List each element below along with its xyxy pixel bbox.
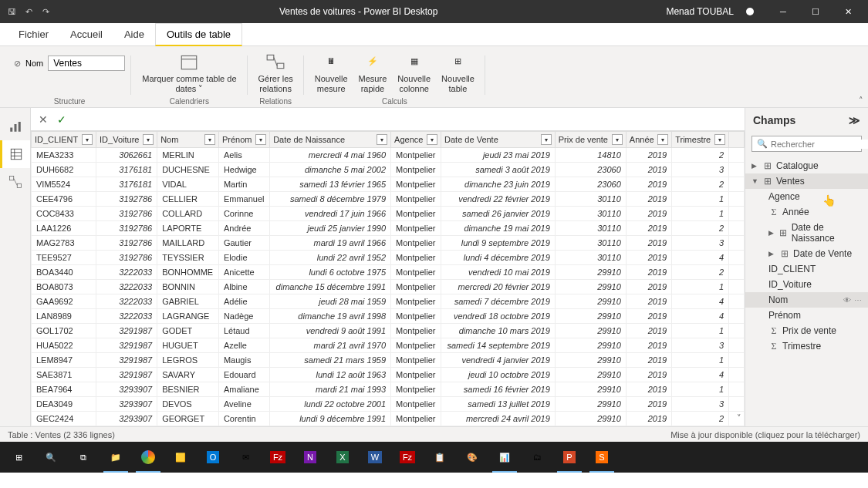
table-row[interactable]: GOL17023291987GODETLétaudvendredi 9 août… [32,324,745,338]
cell[interactable]: 1 [672,207,729,221]
cell[interactable]: dimanche 19 avril 1998 [270,309,391,324]
cell[interactable]: MAILLARD [157,236,219,251]
cell[interactable]: 4 [672,294,729,309]
report-view-button[interactable] [0,113,30,140]
field-date-vente[interactable]: ▶⊞Date de Vente [745,246,868,261]
table-row[interactable]: LAN89893222033LAGRANGENadègedimanche 19 … [32,309,745,324]
cell[interactable]: 2019 [626,412,671,426]
cell[interactable]: 2 [672,221,729,236]
cell[interactable]: 2 [672,412,729,426]
filter-icon[interactable]: ▾ [204,134,215,145]
cell[interactable]: 3 [672,163,729,177]
cell[interactable]: 2019 [626,207,671,221]
cell[interactable]: TEYSSIER [157,251,219,265]
outlook-icon[interactable]: O [198,442,228,473]
cell[interactable]: 2 [672,265,729,280]
close-button[interactable]: ✕ [834,0,862,23]
cell[interactable]: HUGUET [157,338,219,353]
cell[interactable]: Montpelier [391,324,441,338]
table-row[interactable]: HUA50223291987HUGUETAzellemardi 21 avril… [32,338,745,353]
powerpoint-icon[interactable]: P [554,442,585,473]
cancel-icon[interactable]: ✕ [39,113,48,126]
cell[interactable]: 3222033 [96,294,157,309]
manage-relations-button[interactable]: Gérer les relations [254,49,298,96]
cell[interactable]: samedi 24 avril 1982 [270,426,391,427]
cell[interactable]: MAL7908 [32,426,96,427]
cell[interactable]: dimanche 19 mai 2019 [441,221,556,236]
cell[interactable]: 2019 [626,397,671,412]
cell[interactable]: 3293907 [96,397,157,412]
cell[interactable]: Maugis [218,353,269,368]
app4-icon[interactable]: 🗂 [522,442,552,473]
cell[interactable]: MAG2783 [32,236,96,251]
filter-icon[interactable]: ▾ [657,134,668,145]
cell[interactable]: samedi 3 août 2019 [441,163,556,177]
cell[interactable]: 4 [672,251,729,265]
table-row[interactable]: VIM55243176181VIDALMartinsamedi 13 févri… [32,177,745,192]
field-date-naissance[interactable]: ▶⊞Date de Naissance [745,220,868,246]
cell[interactable]: Montpelier [391,251,441,265]
cell[interactable]: 3176181 [96,177,157,192]
cell[interactable]: 29910 [555,324,626,338]
search-input[interactable] [771,140,868,149]
cell[interactable]: 4 [672,309,729,324]
table-row[interactable]: GAA96923222033GABRIELAdéliejeudi 28 mai … [32,294,745,309]
snagit-icon[interactable]: S [586,442,617,473]
cell[interactable]: 29910 [555,426,626,427]
cell[interactable]: 2019 [626,353,671,368]
field-agence[interactable]: Agence [745,189,868,204]
cell[interactable]: 23060 [555,163,626,177]
filezilla2-icon[interactable]: Fz [392,442,423,473]
column-header[interactable]: Date de Vente▾ [441,132,556,148]
table-row[interactable]: CEE47963192786CELLIEREmmanuelsamedi 8 dé… [32,192,745,207]
cell[interactable]: 3222033 [96,280,157,294]
chrome-icon[interactable] [133,442,164,473]
table-row[interactable]: TEE95273192786TEYSSIERElodielundi 22 avr… [32,251,745,265]
cell[interactable]: Nadège [218,309,269,324]
field-trimestre[interactable]: ΣTrimestre [745,338,868,354]
cell[interactable]: 2019 [626,338,671,353]
filter-icon[interactable]: ▾ [714,134,725,145]
cell[interactable]: 2019 [626,294,671,309]
field-id-client[interactable]: ID_CLIENT [745,261,868,277]
cell[interactable]: LAGRANGE [157,309,219,324]
filter-icon[interactable]: ▾ [612,134,623,145]
cell[interactable]: mercredi 24 avril 2019 [441,412,556,426]
cell[interactable]: Montpelier [391,265,441,280]
cell[interactable]: Montpelier [391,353,441,368]
word-icon[interactable]: W [360,442,390,473]
cell[interactable]: 29910 [555,353,626,368]
cell[interactable]: GEORGET [157,412,219,426]
table-ventes[interactable]: ▼⊞Ventes [745,173,868,189]
cell[interactable]: 2019 [626,309,671,324]
cell[interactable]: 4 [672,426,729,427]
cell[interactable]: 3222033 [96,309,157,324]
cell[interactable]: lundi 9 décembre 1991 [270,412,391,426]
cell[interactable]: samedi 13 juillet 2019 [441,397,556,412]
cell[interactable]: SAVARY [157,368,219,382]
cell[interactable]: vendredi 18 octobre 2019 [441,309,556,324]
table-name-input[interactable] [48,56,125,71]
cell[interactable]: CEE4796 [32,192,96,207]
cell[interactable]: lundi 22 avril 1952 [270,251,391,265]
cell[interactable]: LEM8947 [32,353,96,368]
cell[interactable]: Montpelier [391,221,441,236]
cell[interactable]: VIM5524 [32,177,96,192]
new-column-button[interactable]: ▦Nouvelle colonne [393,49,435,96]
table-row[interactable]: LAA12263192786LAPORTEAndréejeudi 25 janv… [32,221,745,236]
table-catalogue[interactable]: ▶⊞Catalogue [745,158,868,173]
start-button[interactable]: ⊞ [3,442,34,473]
cell[interactable]: GAA9692 [32,294,96,309]
cell[interactable]: samedi 13 février 1965 [270,177,391,192]
column-header[interactable]: Agence▾ [391,132,441,148]
cell[interactable]: Aelis [218,148,269,163]
data-grid[interactable]: ID_CLIENT▾ID_Voiture▾Nom▾Prénom▾Date de … [31,131,745,426]
cell[interactable]: DUH6682 [32,163,96,177]
column-header[interactable]: Nom▾ [157,132,219,148]
cell[interactable]: Anicette [218,265,269,280]
cell[interactable]: samedi 26 janvier 2019 [441,207,556,221]
cell[interactable]: 3293907 [96,382,157,397]
menu-accueil[interactable]: Accueil [59,24,113,45]
cell[interactable]: GEC2424 [32,412,96,426]
cell[interactable]: lundi 22 octobre 2001 [270,397,391,412]
